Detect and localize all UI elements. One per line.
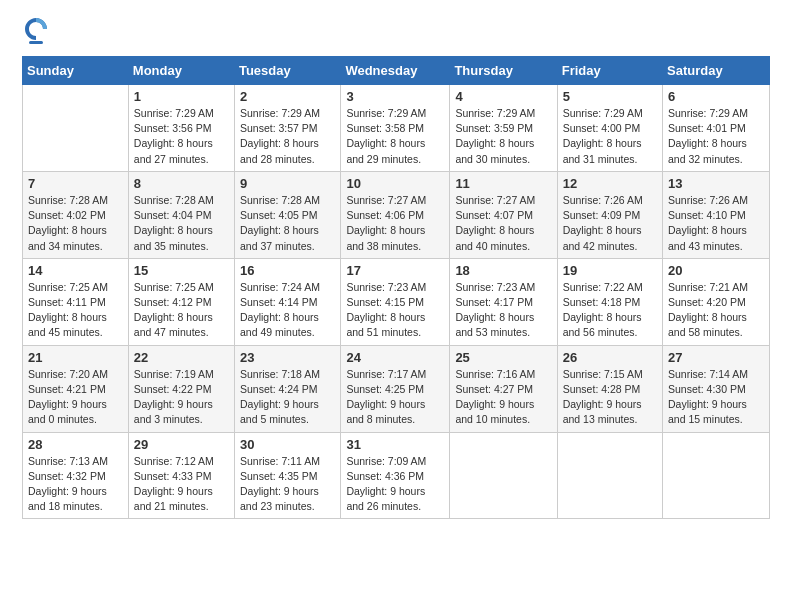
day-number: 11 [455, 176, 551, 191]
day-number: 31 [346, 437, 444, 452]
day-detail: Sunrise: 7:15 AM Sunset: 4:28 PM Dayligh… [563, 367, 657, 428]
day-detail: Sunrise: 7:27 AM Sunset: 4:06 PM Dayligh… [346, 193, 444, 254]
calendar-cell: 31Sunrise: 7:09 AM Sunset: 4:36 PM Dayli… [341, 432, 450, 519]
day-number: 20 [668, 263, 764, 278]
calendar-week-5: 28Sunrise: 7:13 AM Sunset: 4:32 PM Dayli… [23, 432, 770, 519]
day-detail: Sunrise: 7:11 AM Sunset: 4:35 PM Dayligh… [240, 454, 335, 515]
calendar-cell: 17Sunrise: 7:23 AM Sunset: 4:15 PM Dayli… [341, 258, 450, 345]
calendar-cell: 7Sunrise: 7:28 AM Sunset: 4:02 PM Daylig… [23, 171, 129, 258]
calendar-cell: 6Sunrise: 7:29 AM Sunset: 4:01 PM Daylig… [663, 85, 770, 172]
weekday-header-wednesday: Wednesday [341, 57, 450, 85]
day-detail: Sunrise: 7:16 AM Sunset: 4:27 PM Dayligh… [455, 367, 551, 428]
day-detail: Sunrise: 7:17 AM Sunset: 4:25 PM Dayligh… [346, 367, 444, 428]
calendar-cell: 14Sunrise: 7:25 AM Sunset: 4:11 PM Dayli… [23, 258, 129, 345]
calendar-cell: 23Sunrise: 7:18 AM Sunset: 4:24 PM Dayli… [234, 345, 340, 432]
day-number: 21 [28, 350, 123, 365]
calendar-cell: 10Sunrise: 7:27 AM Sunset: 4:06 PM Dayli… [341, 171, 450, 258]
day-detail: Sunrise: 7:28 AM Sunset: 4:04 PM Dayligh… [134, 193, 229, 254]
header [22, 18, 770, 46]
weekday-header-saturday: Saturday [663, 57, 770, 85]
svg-rect-0 [29, 41, 43, 44]
page: SundayMondayTuesdayWednesdayThursdayFrid… [0, 0, 792, 612]
day-detail: Sunrise: 7:29 AM Sunset: 3:58 PM Dayligh… [346, 106, 444, 167]
calendar-week-4: 21Sunrise: 7:20 AM Sunset: 4:21 PM Dayli… [23, 345, 770, 432]
day-number: 6 [668, 89, 764, 104]
day-detail: Sunrise: 7:26 AM Sunset: 4:09 PM Dayligh… [563, 193, 657, 254]
day-number: 7 [28, 176, 123, 191]
calendar-cell: 27Sunrise: 7:14 AM Sunset: 4:30 PM Dayli… [663, 345, 770, 432]
day-number: 3 [346, 89, 444, 104]
weekday-header-row: SundayMondayTuesdayWednesdayThursdayFrid… [23, 57, 770, 85]
day-detail: Sunrise: 7:21 AM Sunset: 4:20 PM Dayligh… [668, 280, 764, 341]
day-detail: Sunrise: 7:29 AM Sunset: 3:56 PM Dayligh… [134, 106, 229, 167]
day-detail: Sunrise: 7:23 AM Sunset: 4:17 PM Dayligh… [455, 280, 551, 341]
day-detail: Sunrise: 7:09 AM Sunset: 4:36 PM Dayligh… [346, 454, 444, 515]
day-detail: Sunrise: 7:25 AM Sunset: 4:11 PM Dayligh… [28, 280, 123, 341]
calendar-cell: 28Sunrise: 7:13 AM Sunset: 4:32 PM Dayli… [23, 432, 129, 519]
day-number: 2 [240, 89, 335, 104]
calendar-cell: 24Sunrise: 7:17 AM Sunset: 4:25 PM Dayli… [341, 345, 450, 432]
day-number: 1 [134, 89, 229, 104]
calendar-cell: 16Sunrise: 7:24 AM Sunset: 4:14 PM Dayli… [234, 258, 340, 345]
logo-icon [22, 18, 50, 46]
day-number: 28 [28, 437, 123, 452]
day-detail: Sunrise: 7:29 AM Sunset: 4:01 PM Dayligh… [668, 106, 764, 167]
day-detail: Sunrise: 7:29 AM Sunset: 3:57 PM Dayligh… [240, 106, 335, 167]
calendar-cell: 21Sunrise: 7:20 AM Sunset: 4:21 PM Dayli… [23, 345, 129, 432]
day-number: 27 [668, 350, 764, 365]
day-number: 23 [240, 350, 335, 365]
calendar-cell: 12Sunrise: 7:26 AM Sunset: 4:09 PM Dayli… [557, 171, 662, 258]
day-number: 13 [668, 176, 764, 191]
calendar-cell: 5Sunrise: 7:29 AM Sunset: 4:00 PM Daylig… [557, 85, 662, 172]
calendar-cell: 19Sunrise: 7:22 AM Sunset: 4:18 PM Dayli… [557, 258, 662, 345]
day-detail: Sunrise: 7:20 AM Sunset: 4:21 PM Dayligh… [28, 367, 123, 428]
day-number: 15 [134, 263, 229, 278]
calendar-cell: 29Sunrise: 7:12 AM Sunset: 4:33 PM Dayli… [128, 432, 234, 519]
weekday-header-monday: Monday [128, 57, 234, 85]
day-number: 30 [240, 437, 335, 452]
day-detail: Sunrise: 7:12 AM Sunset: 4:33 PM Dayligh… [134, 454, 229, 515]
day-detail: Sunrise: 7:29 AM Sunset: 3:59 PM Dayligh… [455, 106, 551, 167]
day-detail: Sunrise: 7:28 AM Sunset: 4:05 PM Dayligh… [240, 193, 335, 254]
day-number: 9 [240, 176, 335, 191]
day-detail: Sunrise: 7:22 AM Sunset: 4:18 PM Dayligh… [563, 280, 657, 341]
day-number: 17 [346, 263, 444, 278]
logo [22, 18, 54, 46]
calendar-table: SundayMondayTuesdayWednesdayThursdayFrid… [22, 56, 770, 519]
day-detail: Sunrise: 7:26 AM Sunset: 4:10 PM Dayligh… [668, 193, 764, 254]
calendar-cell: 26Sunrise: 7:15 AM Sunset: 4:28 PM Dayli… [557, 345, 662, 432]
calendar-cell: 25Sunrise: 7:16 AM Sunset: 4:27 PM Dayli… [450, 345, 557, 432]
day-number: 22 [134, 350, 229, 365]
day-number: 14 [28, 263, 123, 278]
day-number: 8 [134, 176, 229, 191]
day-number: 10 [346, 176, 444, 191]
weekday-header-tuesday: Tuesday [234, 57, 340, 85]
day-detail: Sunrise: 7:19 AM Sunset: 4:22 PM Dayligh… [134, 367, 229, 428]
calendar-cell: 18Sunrise: 7:23 AM Sunset: 4:17 PM Dayli… [450, 258, 557, 345]
calendar-cell: 15Sunrise: 7:25 AM Sunset: 4:12 PM Dayli… [128, 258, 234, 345]
calendar-week-2: 7Sunrise: 7:28 AM Sunset: 4:02 PM Daylig… [23, 171, 770, 258]
calendar-cell [450, 432, 557, 519]
weekday-header-friday: Friday [557, 57, 662, 85]
calendar-week-3: 14Sunrise: 7:25 AM Sunset: 4:11 PM Dayli… [23, 258, 770, 345]
day-number: 18 [455, 263, 551, 278]
calendar-cell: 11Sunrise: 7:27 AM Sunset: 4:07 PM Dayli… [450, 171, 557, 258]
day-number: 26 [563, 350, 657, 365]
calendar-cell [23, 85, 129, 172]
day-detail: Sunrise: 7:25 AM Sunset: 4:12 PM Dayligh… [134, 280, 229, 341]
day-detail: Sunrise: 7:28 AM Sunset: 4:02 PM Dayligh… [28, 193, 123, 254]
calendar-header: SundayMondayTuesdayWednesdayThursdayFrid… [23, 57, 770, 85]
day-detail: Sunrise: 7:24 AM Sunset: 4:14 PM Dayligh… [240, 280, 335, 341]
calendar-cell: 4Sunrise: 7:29 AM Sunset: 3:59 PM Daylig… [450, 85, 557, 172]
day-number: 12 [563, 176, 657, 191]
day-detail: Sunrise: 7:18 AM Sunset: 4:24 PM Dayligh… [240, 367, 335, 428]
day-detail: Sunrise: 7:29 AM Sunset: 4:00 PM Dayligh… [563, 106, 657, 167]
day-detail: Sunrise: 7:27 AM Sunset: 4:07 PM Dayligh… [455, 193, 551, 254]
calendar-cell: 3Sunrise: 7:29 AM Sunset: 3:58 PM Daylig… [341, 85, 450, 172]
calendar-body: 1Sunrise: 7:29 AM Sunset: 3:56 PM Daylig… [23, 85, 770, 519]
calendar-cell: 8Sunrise: 7:28 AM Sunset: 4:04 PM Daylig… [128, 171, 234, 258]
day-number: 16 [240, 263, 335, 278]
day-detail: Sunrise: 7:23 AM Sunset: 4:15 PM Dayligh… [346, 280, 444, 341]
calendar-cell: 30Sunrise: 7:11 AM Sunset: 4:35 PM Dayli… [234, 432, 340, 519]
calendar-cell [557, 432, 662, 519]
